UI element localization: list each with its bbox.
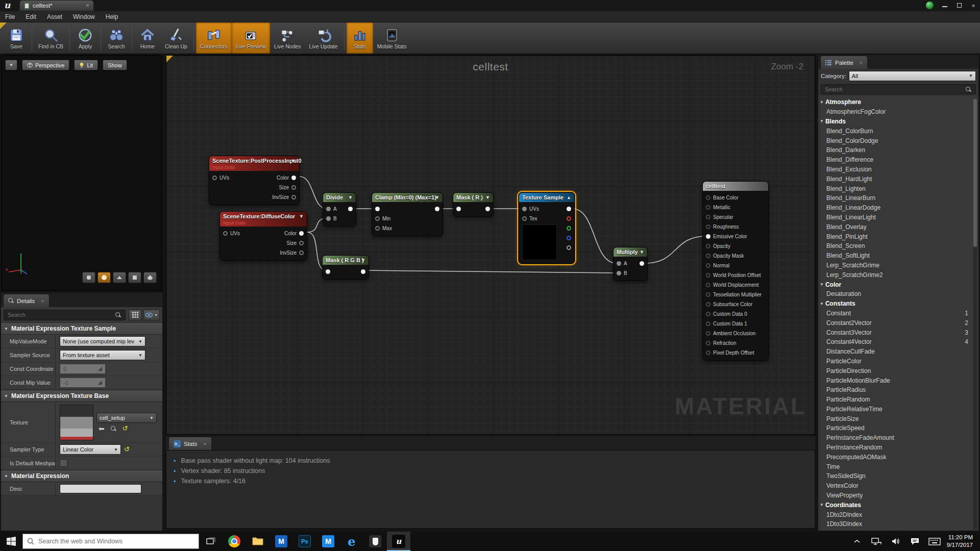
palette-item-distancecullfade[interactable]: DistanceCullFade	[818, 347, 972, 357]
input-pin[interactable]	[375, 226, 380, 231]
palette-search-input[interactable]	[821, 84, 976, 94]
output-pin[interactable]	[291, 185, 296, 190]
const-coordinate-field[interactable]: 0	[60, 364, 106, 374]
input-pin[interactable]	[706, 321, 710, 326]
node-texture-sample[interactable]: Texture Sample▲UVsTex	[519, 192, 575, 264]
output-pin[interactable]	[291, 195, 296, 199]
palette-item-blend-pinlight[interactable]: Blend_PinLight	[818, 232, 972, 241]
palette-item-lerp-scratchgrime2[interactable]: Lerp_ScratchGrime2	[818, 270, 972, 280]
palette-item-particlemotionblurfade[interactable]: ParticleMotionBlurFade	[818, 375, 972, 385]
palette-item-blend-difference[interactable]: Blend_Difference	[818, 155, 972, 165]
palette-item-perinstancerandom[interactable]: PerInstanceRandom	[818, 443, 972, 453]
palette-item-time[interactable]: Time	[818, 462, 972, 471]
palette-item-precomputedaomask[interactable]: PrecomputedAOMask	[818, 452, 972, 462]
menu-file[interactable]: File	[5, 13, 21, 20]
input-pin[interactable]	[706, 224, 710, 229]
palette-item-particlecolor[interactable]: ParticleColor	[818, 357, 972, 366]
palette-item-vertexcolor[interactable]: VertexColor	[818, 481, 972, 491]
palette-item-atmosphericfogcolor[interactable]: AtmosphericFogColor	[818, 107, 972, 117]
details-tab[interactable]: Details ×	[3, 294, 50, 307]
output-pin[interactable]	[299, 251, 304, 255]
node-celltest-result[interactable]: celltestBase ColorMetallicSpecularRoughn…	[702, 181, 769, 361]
input-pin[interactable]	[706, 254, 710, 258]
stats-button[interactable]: Stats	[347, 22, 373, 54]
palette-item-blend-screen[interactable]: Blend_Screen	[818, 241, 972, 251]
maximize-button[interactable]	[955, 3, 963, 9]
input-pin[interactable]	[706, 292, 710, 297]
stats-tab-close-icon[interactable]: ×	[203, 441, 206, 447]
output-pin[interactable]	[485, 207, 490, 211]
material-graph[interactable]: celltest Zoom -2 MATERIAL SceneTexture:P…	[166, 55, 815, 435]
menu-window[interactable]: Window	[73, 13, 102, 20]
input-pin[interactable]	[522, 207, 527, 211]
output-pin[interactable]	[567, 207, 571, 211]
save-button[interactable]: Save	[3, 22, 30, 54]
palette-item-particlespeed[interactable]: ParticleSpeed	[818, 423, 972, 433]
desc-input[interactable]	[60, 484, 141, 493]
input-pin[interactable]	[706, 350, 710, 355]
lit-button[interactable]: Lit	[74, 60, 98, 70]
input-pin[interactable]	[617, 261, 621, 266]
preview-cube-button[interactable]	[128, 272, 141, 283]
palette-item-viewproperty[interactable]: ViewProperty	[818, 491, 972, 500]
palette-item-constant4vector[interactable]: Constant4Vector4	[818, 337, 972, 347]
node-divide[interactable]: Divide▼AB	[323, 192, 356, 227]
input-pin[interactable]	[375, 216, 380, 221]
input-pin[interactable]	[456, 207, 461, 211]
node-header[interactable]: Mask ( R )▼	[453, 193, 493, 202]
viewport-options-button[interactable]: ▼	[5, 60, 17, 70]
menu-edit[interactable]: Edit	[26, 13, 43, 20]
mobile-stats-button[interactable]: Mobile Stats	[373, 22, 411, 54]
unreal-engine-button[interactable]: u	[387, 532, 410, 551]
preview-cylinder-button[interactable]	[82, 272, 95, 283]
sampler-type-dropdown[interactable]: Linear Color▼	[60, 444, 121, 455]
palette-item-blend-overlay[interactable]: Blend_Overlay	[818, 222, 972, 232]
tutorial-marker-icon[interactable]	[166, 56, 173, 62]
palette-item-blend-colorburn[interactable]: Blend_ColorBurn	[818, 126, 972, 136]
network-status-button[interactable]	[869, 532, 884, 551]
input-pin[interactable]	[326, 269, 330, 274]
task-view-button[interactable]	[199, 532, 223, 551]
node-header[interactable]: Texture Sample▲	[519, 193, 574, 202]
palette-item-particledirection[interactable]: ParticleDirection	[818, 366, 972, 375]
node-header[interactable]: SceneTexture:PostProcessInput0Input Data…	[209, 156, 299, 171]
node-header[interactable]: Multiply▼	[614, 247, 647, 257]
palette-category-color[interactable]: ▼Color	[818, 280, 972, 289]
node-header[interactable]: celltest	[703, 182, 768, 191]
input-pin[interactable]	[212, 176, 217, 180]
find-in-cb-button[interactable]: Find in CB	[34, 22, 67, 54]
palette-item-lerp-scratchgrime[interactable]: Lerp_ScratchGrime	[818, 261, 972, 270]
file-explorer-button[interactable]	[246, 532, 270, 551]
node-clamp[interactable]: Clamp (Min=0) (Max=1)▼MinMax	[372, 192, 443, 236]
details-tab-close-icon[interactable]: ×	[41, 298, 44, 304]
home-button[interactable]: Home	[134, 22, 161, 54]
node-scenetexture-postprocessinput0[interactable]: SceneTexture:PostProcessInput0Input Data…	[209, 156, 300, 205]
input-pin[interactable]	[706, 195, 710, 200]
preview-teapot-button[interactable]	[143, 272, 157, 283]
palette-item-blend-darken[interactable]: Blend_Darken	[818, 145, 972, 155]
mail-app-button[interactable]: M	[270, 532, 293, 551]
live-preview-button[interactable]: Live Preview	[232, 22, 271, 54]
palette-category-blends[interactable]: ▼Blends	[818, 117, 972, 127]
input-pin[interactable]	[326, 216, 331, 221]
live-update-button[interactable]: Live Update	[305, 22, 342, 54]
menu-asset[interactable]: Asset	[47, 13, 69, 20]
browse-to-asset-icon[interactable]	[111, 426, 116, 432]
input-pin[interactable]	[522, 216, 527, 221]
input-pin[interactable]	[706, 263, 710, 268]
taskbar-search[interactable]	[22, 534, 199, 549]
tab-close-icon[interactable]: ×	[86, 2, 89, 9]
input-pin[interactable]	[706, 302, 710, 307]
node-multiply[interactable]: Multiply▼AB	[613, 247, 648, 281]
perspective-button[interactable]: Perspective	[22, 60, 69, 70]
const-mip-value-field[interactable]: -1	[60, 378, 106, 388]
palette-item-blend-colordodge[interactable]: Blend_ColorDodge	[818, 136, 972, 145]
details-view-options-button[interactable]: ▼	[143, 310, 160, 320]
palette-tab[interactable]: Palette ×	[820, 56, 868, 69]
input-pin[interactable]	[706, 331, 710, 336]
start-button[interactable]	[0, 532, 22, 551]
node-scenetexture-diffusecolor[interactable]: SceneTexture:DiffuseColorInput Data▼UVsC…	[219, 211, 307, 261]
clean-up-button[interactable]: Clean Up	[161, 22, 191, 54]
node-header[interactable]: Divide▼	[323, 193, 356, 202]
palette-tab-close-icon[interactable]: ×	[860, 60, 863, 66]
